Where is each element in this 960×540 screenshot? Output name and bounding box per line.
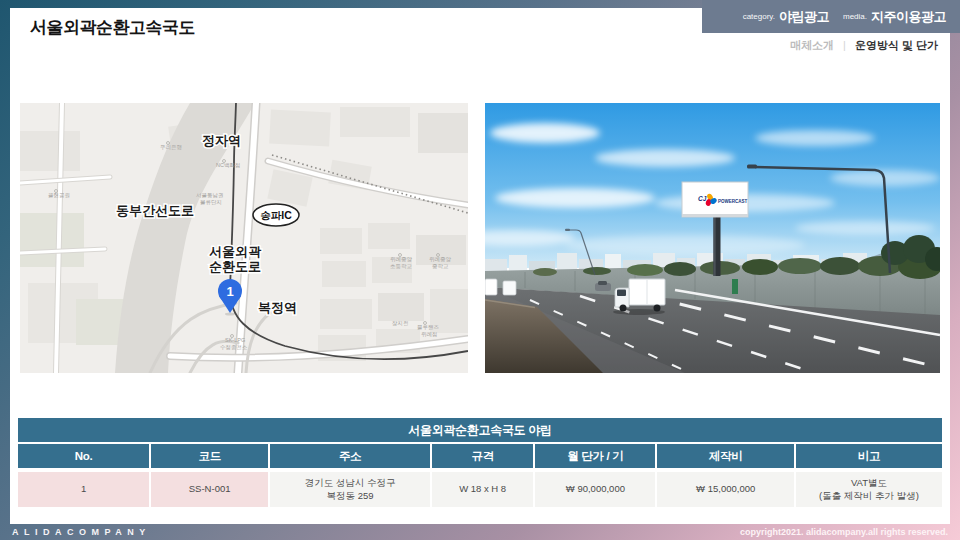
cell-note-line2: (돌출 제작비 추가 발생): [819, 490, 919, 502]
table-row: 1 SS-N-001 경기도 성남시 수정구 복정동 259 W 18 x H …: [18, 472, 942, 507]
map-label-dongbu-expressway: 동부간선도로: [116, 203, 194, 218]
column-header-no: No.: [18, 444, 151, 468]
column-header-production-cost: 제작비: [657, 444, 796, 468]
map-label-bokjeong-station: 복정역: [258, 300, 297, 315]
map-minor-label: 물류단지: [200, 199, 222, 205]
cell-size: W 18 x H 8: [432, 472, 535, 507]
column-header-size: 규격: [432, 444, 535, 468]
category-value: 야립광고: [779, 8, 829, 26]
footer-copyright: copyright2021. alidacompany.all rights r…: [740, 524, 948, 540]
map-minor-label: 위례중앙: [390, 256, 413, 263]
map-minor-label: NC백화점: [216, 162, 240, 168]
map-minor-label: 장지천: [392, 320, 409, 327]
price-table: 서울외곽순환고속국도 야립 No. 코드 주소 규격 월 단가 / 기 제작비 …: [18, 418, 942, 507]
column-header-note: 비고: [796, 444, 942, 468]
map-label-ring-road-2: 순환도로: [209, 259, 261, 274]
media-value: 지주이용광고: [871, 8, 946, 26]
map-label-ring-road-1: 서울외곽: [209, 244, 262, 259]
map-minor-label: 중학교: [432, 263, 449, 269]
cell-no: 1: [18, 472, 151, 507]
location-map: 우리은행 NC백화점 율현공원 서울동남권 물류단지 위례중앙 초등학교 위례중…: [20, 103, 468, 373]
cell-address-line1: 경기도 성남시 수정구: [305, 477, 396, 489]
map-minor-label: 블루핸즈: [417, 324, 440, 330]
billboard-powercast-text: POWERCAST: [718, 199, 748, 204]
nav-tab-media-intro[interactable]: 매체소개: [790, 39, 834, 51]
cell-note-line1: VAT별도: [851, 477, 887, 489]
category-label: category.: [743, 12, 775, 21]
map-songpa-ic-label: 송파IC: [260, 209, 292, 221]
map-minor-label: 수정충전소: [220, 344, 248, 351]
column-header-code: 코드: [151, 444, 270, 468]
table-header-row: No. 코드 주소 규격 월 단가 / 기 제작비 비고: [18, 444, 942, 468]
nav-tab-pricing[interactable]: 운영방식 및 단가: [855, 39, 938, 51]
map-minor-label: 우리은행: [160, 144, 182, 151]
cell-code: SS-N-001: [151, 472, 270, 507]
category-bar: category. 야립광고 media. 지주이용광고: [702, 0, 960, 33]
column-header-address: 주소: [270, 444, 432, 468]
section-nav: 매체소개 | 운영방식 및 단가: [790, 38, 938, 53]
table-title: 서울외곽순환고속국도 야립: [18, 418, 942, 442]
cell-address-line2: 복정동 259: [327, 490, 374, 502]
map-minor-label: 율현공원: [48, 192, 70, 199]
map-songpa-ic-badge: 송파IC: [253, 204, 299, 226]
media-label: media.: [843, 12, 867, 21]
map-minor-label: 위례점: [421, 331, 438, 337]
column-header-monthly-price: 월 단가 / 기: [535, 444, 657, 468]
footer-company-name: ALIDACOMPANY: [12, 524, 151, 540]
map-pin-number: 1: [226, 284, 233, 299]
photo-graphic: CJ POWERCAST: [485, 103, 940, 373]
page-title: 서울외곽순환고속국도: [30, 16, 195, 39]
site-photo: CJ POWERCAST: [485, 103, 940, 373]
map-graphic: 우리은행 NC백화점 율현공원 서울동남권 물류단지 위례중앙 초등학교 위례중…: [20, 103, 468, 373]
cell-production-cost: ₩ 15,000,000: [657, 472, 796, 507]
map-minor-label: 초등학교: [390, 263, 413, 269]
wall-green-sign: [732, 279, 738, 294]
billboard-brand-text: CJ: [698, 195, 707, 202]
cell-address: 경기도 성남시 수정구 복정동 259: [270, 472, 432, 507]
cell-monthly-price: ₩ 90,000,000: [535, 472, 657, 507]
map-label-jeongja-station: 정자역: [202, 133, 241, 148]
map-minor-label: 서울동남권: [196, 192, 224, 198]
cell-note: VAT별도 (돌출 제작비 추가 발생): [796, 472, 942, 507]
nav-separator: |: [843, 39, 846, 51]
map-minor-label: SK-LPG: [225, 337, 245, 343]
map-minor-label: 위례중앙: [429, 256, 452, 263]
